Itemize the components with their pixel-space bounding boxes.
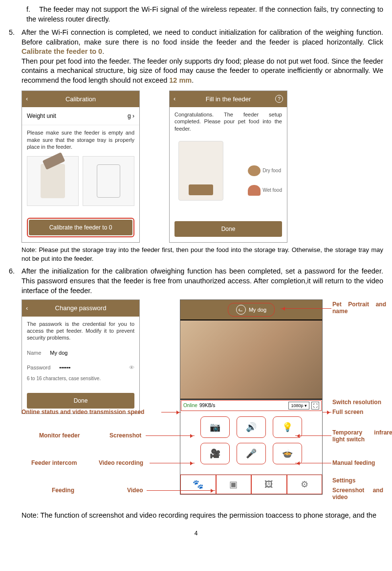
screen-title: Change password [26, 304, 135, 313]
label-online-status: Online status and video transmission spe… [22, 409, 144, 416]
calibrate-button-highlight: Calibrate the feeder to 0 [27, 218, 134, 237]
twelve-mm: 12 mm [169, 76, 192, 84]
done-button[interactable]: Done [27, 393, 134, 409]
step-number: 6. [9, 267, 22, 525]
feeder-image [178, 141, 223, 201]
fullscreen-icon[interactable]: ⛶ [311, 402, 319, 410]
calibration-instruction: Please make sure the feeder is empty and… [22, 125, 139, 154]
screen-title: Fill in the feeder [174, 95, 283, 104]
step-6: 6. After the initialization for the cali… [9, 267, 383, 525]
list-item-f: f.The feeder may not support the Wi-Fi s… [26, 5, 383, 24]
password-field[interactable]: •••••• [59, 364, 70, 371]
screenshot-button[interactable]: 📷 [200, 416, 230, 438]
step6-text: After the initialization for the calibra… [22, 267, 383, 296]
label-video-recording: Video recording [99, 460, 143, 467]
fill-congrats: Congratulations. The feeder setup comple… [170, 107, 287, 136]
video-tab[interactable]: ▣ [216, 475, 252, 494]
video-feed[interactable] [180, 320, 322, 400]
resolution-selector[interactable]: 1080p ▾ [288, 402, 309, 410]
label-settings: Settings [332, 478, 355, 484]
feeder-closed-image [83, 156, 134, 206]
back-icon[interactable]: ‹ [26, 304, 28, 313]
label-temp-infrared: Temporary infrared light switch [332, 430, 392, 443]
page-number: 4 [9, 529, 383, 537]
eye-icon[interactable]: 👁 [129, 364, 134, 371]
step5-note: Note: Please put the storage tray into t… [22, 246, 383, 263]
calibrate-emphasis: Calibrate the feeder to 0 [22, 47, 102, 55]
screenshot-video-tab[interactable]: 🖼 [251, 475, 287, 494]
settings-tab[interactable]: ⚙ [287, 475, 323, 494]
pet-portrait-icon: ᓚ [236, 305, 246, 315]
password-hint: 6 to 16 characters, case sensitive. [22, 375, 139, 386]
screen-title: Calibration [26, 95, 135, 104]
weight-unit-row[interactable]: Weight unit g › [22, 107, 139, 125]
password-row: Password •••••• 👁 [22, 360, 139, 375]
label-pet-portrait: Pet Portrait and name [332, 301, 386, 315]
monitor-feeder-button[interactable]: 🔊 [237, 416, 266, 438]
calibrate-button[interactable]: Calibrate the feeder to 0 [29, 220, 132, 235]
done-button[interactable]: Done [174, 221, 282, 237]
item-letter: f. [26, 5, 39, 15]
back-icon[interactable]: ‹ [174, 94, 175, 103]
name-field[interactable]: My dog [50, 349, 67, 357]
online-status: Online [183, 402, 197, 409]
fill-feeder-screenshot: ‹ Fill in the feeder ? Congratulations. … [169, 91, 287, 243]
label-feeding: Feeding [52, 487, 74, 494]
feeder-intercom-button[interactable]: 🎤 [237, 443, 266, 464]
step6-note: Note: The function of screenshot and vid… [22, 511, 383, 521]
calibration-screenshot: ‹ Calibration Weight unit g › Please mak… [22, 91, 140, 243]
pwd-description: The passwork is the credential for you t… [22, 317, 139, 345]
label-monitor-feeder: Monitor feeder [39, 433, 80, 439]
step-number: 5. [9, 28, 22, 263]
feeder-open-image [27, 156, 79, 206]
change-password-screenshot: ‹ Change password The passwork is the cr… [22, 299, 140, 414]
pet-badge[interactable]: ᓚ My dog [228, 303, 275, 317]
back-icon[interactable]: ‹ [26, 94, 28, 103]
label-screenshot-video: Screenshot and video [332, 487, 383, 501]
label-manual-feeding: Manual feeding [332, 460, 375, 467]
dry-food-label: Dry food [248, 165, 282, 176]
label-full-screen: Full screen [332, 409, 363, 416]
transmission-speed: 99KB/s [199, 402, 215, 409]
video-interface-screenshot: ᓚ My dog Online 99KB/s 1080p ▾ ⛶ [180, 299, 323, 495]
label-screenshot: Screenshot [109, 433, 141, 439]
video-recording-button[interactable]: 🎥 [200, 443, 230, 464]
label-feeder-intercom: Feeder intercom [31, 460, 77, 467]
step5-para1: After the Wi-Fi connection is completed,… [22, 28, 383, 57]
name-row: Name My dog [22, 345, 139, 361]
label-video: Video [127, 487, 143, 494]
status-bar: Online 99KB/s 1080p ▾ ⛶ [181, 400, 322, 411]
wet-food-label: Wet food [248, 185, 282, 196]
item-text: The feeder may not support the Wi-Fi sig… [26, 5, 383, 23]
step5-para2: Then pour pet food into the feeder. The … [22, 57, 383, 86]
step-5: 5. After the Wi-Fi connection is complet… [9, 28, 383, 263]
label-switch-resolution: Switch resolution [332, 399, 381, 406]
